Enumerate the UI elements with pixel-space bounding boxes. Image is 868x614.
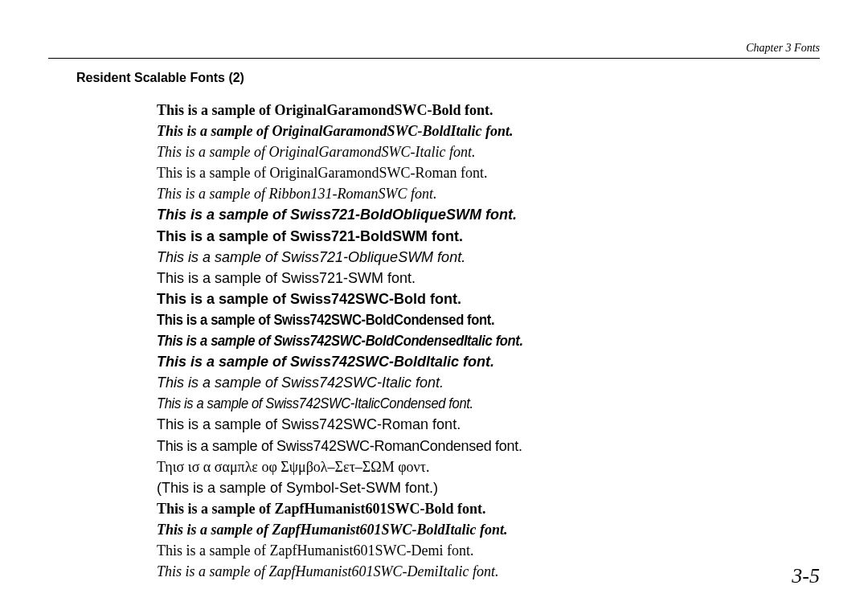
font-sample: This is a sample of Swiss742SWC-RomanCon… [157, 436, 820, 456]
font-sample: This is a sample of Swiss721-SWM font. [157, 268, 820, 289]
font-sample: Τηισ ισ α σαμπλε οφ Σψμβολ–Σετ–ΣΩΜ φοντ. [157, 456, 820, 477]
font-sample: This is a sample of ZapfHumanist601SWC-B… [157, 519, 820, 540]
font-sample: This is a sample of Swiss742SWC-Roman fo… [157, 414, 820, 435]
font-sample: This is a sample of Swiss721-ObliqueSWM … [157, 247, 820, 268]
font-sample: This is a sample of Swiss742SWC-BoldCond… [157, 330, 767, 351]
font-sample: This is a sample of Swiss742SWC-ItalicCo… [157, 393, 767, 414]
font-sample: This is a sample of Swiss742SWC-Bold fon… [157, 289, 820, 309]
page-number: 3-5 [792, 564, 820, 588]
font-sample: This is a sample of OriginalGaramondSWC-… [157, 121, 820, 141]
font-sample: This is a sample of Swiss742SWC-Italic f… [157, 372, 820, 393]
font-sample: This is a sample of ZapfHumanist601SWC-B… [157, 498, 820, 519]
font-sample: This is a sample of Swiss721-BoldSWM fon… [157, 226, 820, 247]
chapter-label: Chapter 3 Fonts [746, 42, 820, 55]
header-rule [48, 58, 820, 59]
font-sample: This is a sample of Ribbon131-RomanSWC f… [157, 183, 820, 204]
font-sample: (This is a sample of Symbol-Set-SWM font… [157, 477, 820, 498]
font-sample: This is a sample of ZapfHumanist601SWC-D… [157, 540, 820, 561]
font-sample: This is a sample of OriginalGaramondSWC-… [157, 141, 820, 162]
font-sample: This is a sample of OriginalGaramondSWC-… [157, 100, 820, 121]
font-sample: This is a sample of ZapfHumanist601SWC-D… [157, 561, 820, 582]
font-sample: This is a sample of Swiss721-BoldOblique… [157, 204, 820, 225]
section-title: Resident Scalable Fonts (2) [76, 71, 820, 85]
font-sample-list: This is a sample of OriginalGaramondSWC-… [157, 100, 820, 582]
font-sample: This is a sample of Swiss742SWC-BoldCond… [157, 309, 767, 330]
font-sample: This is a sample of OriginalGaramondSWC-… [157, 162, 820, 183]
document-page: Chapter 3 Fonts Resident Scalable Fonts … [0, 0, 868, 614]
font-sample: This is a sample of Swiss742SWC-BoldItal… [157, 351, 820, 372]
